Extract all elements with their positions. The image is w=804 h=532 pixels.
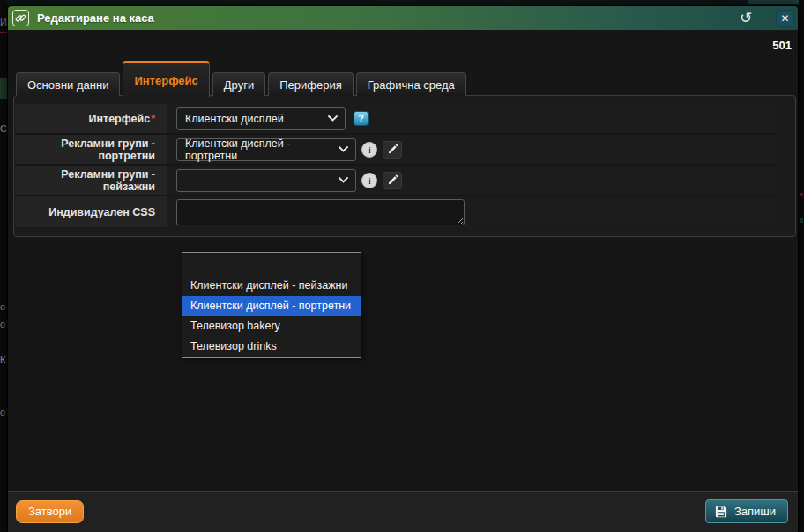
selected-value: Клиентски дисплей: [185, 113, 284, 125]
field-value-cell: Клиентски дисплей ?: [167, 104, 778, 133]
form-row-interface: Интерфейс* Клиентски дисплей ?: [15, 104, 778, 135]
field-label-text: Рекламни групи - пейзажни: [15, 168, 155, 193]
dialog-titlebar[interactable]: Редактиране на каса ↺ ✕: [8, 6, 798, 30]
save-button[interactable]: Запиши: [705, 499, 788, 523]
bg-green-row: [0, 78, 7, 99]
bg-text-fragment: о: [0, 319, 5, 329]
chevron-down-icon: [328, 115, 338, 122]
required-asterisk: *: [151, 113, 155, 125]
tab-basic-data[interactable]: Основни данни: [16, 72, 120, 96]
custom-css-textarea[interactable]: [176, 199, 465, 225]
save-button-label: Запиши: [734, 505, 776, 518]
field-label-text: Индивидуален CSS: [48, 206, 155, 218]
dropdown-option[interactable]: Телевизор drinks: [182, 336, 361, 357]
bg-text-fragment: о: [0, 407, 5, 417]
dropdown-option[interactable]: Телевизор bakery: [182, 316, 361, 336]
record-id-badge: 501: [772, 39, 792, 52]
dropdown-option-selected[interactable]: Клиентски дисплей - портретни: [182, 296, 361, 316]
tab-other[interactable]: Други: [212, 72, 265, 96]
edit-cash-register-dialog: Редактиране на каса ↺ ✕ 501 Основни данн…: [7, 5, 799, 532]
edit-pencil-icon[interactable]: [383, 172, 402, 189]
field-label: Рекламни групи - пейзажни: [15, 166, 167, 195]
bg-text-fragment: о: [0, 301, 5, 312]
bg-red-fragment: [800, 193, 803, 196]
tab-label: Основни данни: [27, 78, 108, 92]
interface-select[interactable]: Клиентски дисплей: [176, 107, 346, 130]
field-value-cell: i: [167, 166, 778, 195]
tab-graphic-environment[interactable]: Графична среда: [356, 72, 466, 96]
field-label-text: Интерфейс: [89, 113, 151, 125]
tab-interface[interactable]: Интерфейс: [123, 61, 209, 97]
form-row-custom-css: Индивидуален CSS: [15, 196, 778, 227]
form-row-ad-groups-landscape: Рекламни групи - пейзажни i: [15, 166, 778, 196]
chevron-down-icon: [339, 146, 348, 152]
field-label: Индивидуален CSS: [15, 196, 167, 227]
field-value-cell: [167, 196, 778, 227]
dropdown-option-empty[interactable]: [182, 253, 361, 276]
background-page-right-strip: [799, 0, 804, 532]
field-label: Интерфейс*: [15, 104, 167, 133]
tab-label: Интерфейс: [134, 74, 197, 87]
settings-form: Интерфейс* Клиентски дисплей ? Рекламни …: [15, 104, 778, 227]
tab-label: Други: [224, 78, 254, 92]
tab-peripherals[interactable]: Периферия: [268, 72, 354, 96]
edit-pencil-icon[interactable]: [383, 141, 402, 159]
dropdown-option[interactable]: Клиентски дисплей - пейзажни: [182, 276, 361, 296]
bg-teal-fragment: [748, 0, 804, 4]
info-icon[interactable]: i: [361, 142, 377, 158]
ad-groups-landscape-select[interactable]: [176, 169, 356, 192]
field-label: Рекламни групи - портретни: [15, 135, 167, 164]
tab-label: Графична среда: [368, 78, 455, 92]
bg-text-fragment: К: [0, 354, 5, 365]
dialog-footer: Затвори Запиши: [8, 491, 798, 532]
close-dialog-button[interactable]: Затвори: [16, 500, 84, 523]
field-label-text: Рекламни групи - портретни: [15, 137, 155, 162]
bg-text-fragment: И: [0, 17, 7, 27]
bg-teal-fragment: [800, 218, 803, 223]
selected-value: Клиентски дисплей - портретни: [185, 137, 331, 162]
help-icon[interactable]: ?: [354, 111, 368, 126]
interface-tab-panel: Интерфейс* Клиентски дисплей ? Рекламни …: [13, 95, 796, 237]
form-row-ad-groups-portrait: Рекламни групи - портретни Клиентски дис…: [15, 135, 778, 166]
tab-label: Периферия: [279, 78, 342, 92]
background-page-left-strip: И C о о К о: [0, 0, 7, 532]
bg-text-fragment: C: [0, 123, 7, 134]
tab-bar: Основни данни Интерфейс Други Периферия …: [16, 60, 466, 96]
history-icon[interactable]: ↺: [738, 7, 754, 28]
ad-groups-portrait-dropdown-list: Клиентски дисплей - пейзажни Клиентски д…: [182, 252, 361, 358]
info-icon[interactable]: i: [361, 173, 377, 188]
chevron-down-icon: [339, 177, 348, 183]
link-icon: [12, 10, 29, 26]
ad-groups-portrait-select[interactable]: Клиентски дисплей - портретни: [176, 138, 356, 161]
close-icon[interactable]: ✕: [776, 10, 794, 27]
bg-red-line: [0, 32, 7, 33]
floppy-icon: [715, 506, 727, 518]
dialog-title: Редактиране на каса: [37, 11, 154, 25]
field-value-cell: Клиентски дисплей - портретни i: [167, 135, 778, 164]
